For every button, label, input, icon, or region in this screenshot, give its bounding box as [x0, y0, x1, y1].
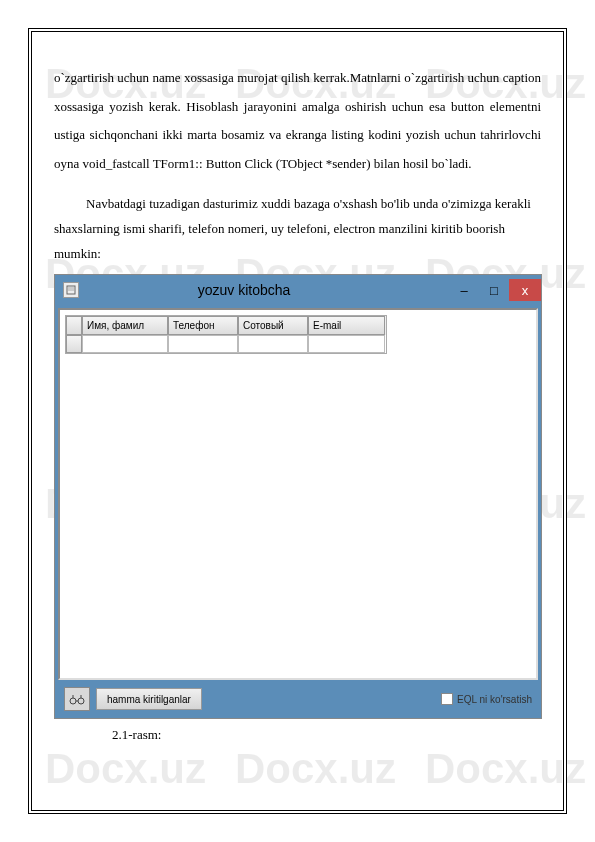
data-grid[interactable]: Имя, фамил Телефон Сотовый E-mail [65, 315, 387, 354]
checkbox-label: EQL ni ko'rsatish [457, 694, 532, 705]
figure-caption: 2.1-rasm: [112, 727, 541, 743]
bottom-toolbar: hamma kiritilganlar EQL ni ko'rsatish [58, 683, 538, 715]
grid-cell[interactable] [238, 335, 308, 353]
svg-point-3 [70, 698, 76, 704]
body-paragraph-1: o`zgartirish uchun name xossasiga muroja… [54, 64, 541, 178]
svg-point-4 [78, 698, 84, 704]
binoculars-icon[interactable] [64, 687, 90, 711]
eql-checkbox-container[interactable]: EQL ni ko'rsatish [441, 693, 532, 705]
maximize-button[interactable]: □ [479, 279, 509, 301]
window-title: yozuv kitobcha [39, 282, 449, 298]
app-window: yozuv kitobcha – □ x Имя, фамил Телефон … [54, 274, 542, 719]
window-body: Имя, фамил Телефон Сотовый E-mail [58, 308, 538, 680]
show-all-button[interactable]: hamma kiritilganlar [96, 688, 202, 710]
titlebar: yozuv kitobcha – □ x [55, 275, 541, 305]
grid-cell[interactable] [168, 335, 238, 353]
grid-cell[interactable] [308, 335, 385, 353]
grid-header-name[interactable]: Имя, фамил [82, 316, 168, 335]
page-content: o`zgartirish uchun name xossasiga muroja… [31, 31, 564, 811]
body-paragraph-2: Navbatdagi tuzadigan dasturimiz xuddi ba… [54, 192, 541, 266]
grid-header-row: Имя, фамил Телефон Сотовый E-mail [66, 316, 386, 335]
grid-header-mobile[interactable]: Сотовый [238, 316, 308, 335]
window-controls: – □ x [449, 279, 541, 301]
grid-corner [66, 316, 82, 335]
grid-cell[interactable] [82, 335, 168, 353]
table-row[interactable] [66, 335, 386, 353]
grid-header-email[interactable]: E-mail [308, 316, 385, 335]
grid-header-phone[interactable]: Телефон [168, 316, 238, 335]
minimize-button[interactable]: – [449, 279, 479, 301]
checkbox-icon[interactable] [441, 693, 453, 705]
close-button[interactable]: x [509, 279, 541, 301]
row-indicator [66, 335, 82, 353]
